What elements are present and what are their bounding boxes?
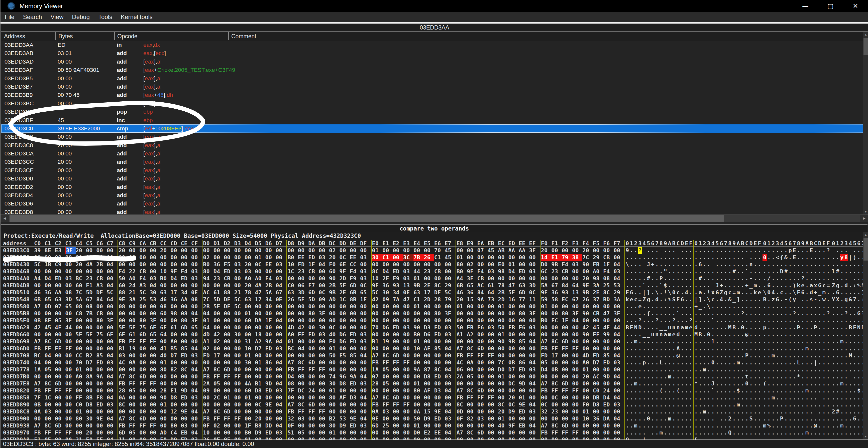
- hex-byte[interactable]: 01: [508, 261, 519, 268]
- ascii-group[interactable]: BEND....__unname: [624, 324, 693, 331]
- hex-byte[interactable]: 0E: [403, 289, 413, 296]
- hex-byte[interactable]: 00: [298, 303, 308, 310]
- hex-byte[interactable]: 00: [329, 366, 339, 373]
- hex-byte[interactable]: CC: [76, 352, 86, 359]
- hex-byte[interactable]: 04: [276, 359, 286, 366]
- hex-byte[interactable]: 00: [339, 436, 349, 440]
- hex-byte[interactable]: 00: [150, 429, 160, 436]
- hex-byte[interactable]: 00: [234, 282, 244, 289]
- hex-byte[interactable]: 00: [119, 408, 129, 415]
- hex-byte[interactable]: 00: [107, 366, 117, 373]
- hex-byte[interactable]: 00: [613, 247, 624, 254]
- hex-byte[interactable]: 00: [488, 317, 498, 324]
- hex-byte[interactable]: 00: [424, 352, 434, 359]
- hex-byte[interactable]: 0A: [34, 408, 44, 415]
- ascii-group[interactable]: ..........m.....: [762, 387, 830, 394]
- hex-byte[interactable]: 6D: [224, 408, 234, 415]
- hex-byte[interactable]: 70: [434, 247, 444, 254]
- hex-byte[interactable]: 00: [276, 247, 286, 254]
- hex-byte[interactable]: 00: [234, 352, 244, 359]
- hex-byte[interactable]: 6D: [372, 422, 382, 429]
- hex-byte[interactable]: 05: [298, 429, 308, 436]
- hex-byte[interactable]: 03: [360, 331, 370, 338]
- hex-byte[interactable]: 9F: [541, 289, 551, 296]
- hex-byte[interactable]: 93: [562, 289, 572, 296]
- ascii-group[interactable]: ........: [831, 345, 866, 352]
- hex-byte[interactable]: 00: [393, 303, 403, 310]
- hex-byte[interactable]: 2D: [424, 296, 434, 303]
- hex-byte[interactable]: 00: [551, 324, 562, 331]
- hex-byte[interactable]: C0: [76, 401, 86, 408]
- hex-byte[interactable]: 00: [382, 415, 393, 422]
- hex-byte[interactable]: 00: [413, 401, 424, 408]
- hex-byte[interactable]: 00: [562, 415, 572, 422]
- hex-byte[interactable]: F4: [562, 261, 572, 268]
- hex-byte[interactable]: 00: [360, 317, 370, 324]
- hex-byte[interactable]: 04: [613, 373, 624, 380]
- hex-byte[interactable]: 00: [181, 261, 191, 268]
- hex-byte[interactable]: 3F: [65, 247, 75, 254]
- disasm-column-header[interactable]: Address Bytes Opcode Comment: [1, 32, 868, 41]
- hex-byte[interactable]: 00: [508, 352, 519, 359]
- hex-byte[interactable]: 01: [498, 415, 508, 422]
- hex-byte[interactable]: 00: [593, 422, 603, 429]
- hex-byte[interactable]: 00: [339, 303, 349, 310]
- hex-byte[interactable]: 00: [477, 310, 487, 317]
- hex-byte[interactable]: F1: [86, 282, 96, 289]
- ascii-group[interactable]: ..m.............: [693, 408, 762, 415]
- hex-byte[interactable]: 3D: [529, 282, 539, 289]
- hex-byte[interactable]: B1: [119, 345, 129, 352]
- hex-byte[interactable]: 11: [529, 296, 539, 303]
- hex-byte[interactable]: 00: [350, 303, 360, 310]
- hex-byte[interactable]: 41: [160, 345, 170, 352]
- hex-byte[interactable]: A7: [541, 380, 551, 387]
- hex-byte[interactable]: 01: [160, 359, 170, 366]
- hex-byte[interactable]: 3F: [107, 317, 117, 324]
- hex-byte[interactable]: 00: [308, 352, 318, 359]
- hex-byte[interactable]: 00: [96, 254, 106, 261]
- hex-byte[interactable]: 00: [360, 436, 370, 440]
- hex-byte[interactable]: 00: [477, 254, 487, 261]
- hex-byte[interactable]: C4: [170, 429, 181, 436]
- hex-byte[interactable]: A7: [203, 408, 213, 415]
- hex-byte[interactable]: FB: [508, 324, 519, 331]
- hex-byte[interactable]: ED: [266, 429, 276, 436]
- hex-byte[interactable]: FF: [139, 338, 150, 345]
- hex-byte[interactable]: 01: [245, 310, 255, 317]
- hex-byte[interactable]: AC: [477, 282, 487, 289]
- hex-byte[interactable]: 00: [266, 394, 276, 401]
- hex-byte[interactable]: 00: [444, 436, 455, 440]
- hex-byte[interactable]: 40: [498, 422, 508, 429]
- scroll-up-icon[interactable]: ▲: [863, 32, 868, 37]
- hex-byte[interactable]: 8C: [603, 289, 613, 296]
- hex-byte[interactable]: 00: [339, 366, 349, 373]
- hex-byte[interactable]: 04: [529, 380, 539, 387]
- hex-byte[interactable]: FD: [298, 261, 308, 268]
- hex-byte[interactable]: 00: [562, 408, 572, 415]
- hex-byte[interactable]: 00: [360, 408, 370, 415]
- hex-byte[interactable]: 30: [150, 289, 160, 296]
- hex-byte[interactable]: 00: [129, 352, 139, 359]
- hex-byte[interactable]: 9E: [350, 415, 360, 422]
- hex-byte[interactable]: 00: [224, 401, 234, 408]
- hex-byte[interactable]: 00: [488, 380, 498, 387]
- hex-byte[interactable]: A1: [457, 331, 467, 338]
- hex-byte[interactable]: 00: [424, 303, 434, 310]
- hex-byte[interactable]: 15: [424, 408, 434, 415]
- hex-byte[interactable]: 8C: [44, 380, 55, 387]
- ascii-group[interactable]: ................: [693, 247, 762, 254]
- hex-byte[interactable]: 03: [150, 275, 160, 282]
- hex-byte[interactable]: ED: [308, 331, 318, 338]
- ascii-group[interactable]: ...e............: [624, 303, 693, 310]
- hex-byte[interactable]: 0C: [541, 401, 551, 408]
- hex-byte[interactable]: 03: [477, 415, 487, 422]
- hex-byte[interactable]: 00: [413, 352, 424, 359]
- hex-byte[interactable]: 00: [276, 268, 286, 275]
- hex-byte[interactable]: 9B: [413, 282, 424, 289]
- hex-byte[interactable]: 70: [76, 359, 86, 366]
- hex-byte[interactable]: 00: [477, 366, 487, 373]
- hex-byte[interactable]: 04: [107, 415, 117, 422]
- hex-byte[interactable]: 03: [276, 387, 286, 394]
- hex-byte[interactable]: 00: [582, 387, 593, 394]
- hex-byte[interactable]: 03: [444, 373, 455, 380]
